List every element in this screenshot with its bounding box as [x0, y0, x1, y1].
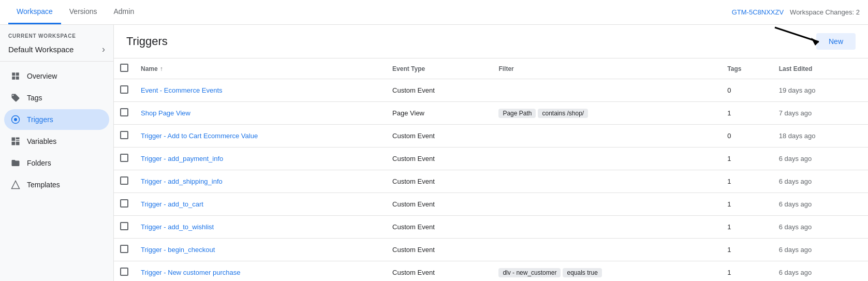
sidebar-item-label-variables: Variables	[27, 137, 56, 145]
filter-cell	[492, 79, 721, 102]
row-checkbox-cell	[114, 193, 135, 216]
trigger-name-link[interactable]: Trigger - Add to Cart Ecommerce Value	[141, 132, 258, 140]
row-checkbox[interactable]	[120, 268, 128, 276]
filter-badge: dlv - new_customer	[498, 268, 561, 277]
event-type-cell: Custom Event	[386, 261, 492, 282]
svg-rect-1	[16, 72, 19, 76]
tab-admin[interactable]: Admin	[105, 0, 142, 24]
trigger-name-link[interactable]: Event - Ecommerce Events	[141, 86, 223, 94]
tags-icon	[10, 93, 21, 103]
current-workspace-label: CURRENT WORKSPACE	[0, 29, 113, 41]
tags-count-cell: 1	[721, 239, 772, 261]
tags-count-cell: 0	[721, 79, 772, 102]
last-edited-cell: 6 days ago	[773, 170, 868, 193]
filter-cell	[492, 216, 721, 239]
sidebar-item-variables[interactable]: Variables	[4, 131, 109, 152]
trigger-name-cell: Trigger - add_shipping_info	[135, 170, 386, 193]
event-type-cell: Custom Event	[386, 147, 492, 170]
row-checkbox[interactable]	[120, 199, 128, 208]
workspace-changes: Workspace Changes: 2	[790, 8, 860, 16]
svg-rect-6	[12, 138, 16, 141]
chevron-right-icon: ›	[102, 44, 105, 55]
main-layout: CURRENT WORKSPACE Default Workspace › Ov…	[0, 25, 868, 281]
tab-versions[interactable]: Versions	[61, 0, 106, 24]
select-all-checkbox[interactable]	[120, 64, 128, 72]
filter-cell	[492, 170, 721, 193]
table-row: Trigger - add_shipping_infoCustom Event1…	[114, 170, 868, 193]
sidebar-item-overview[interactable]: Overview	[4, 66, 109, 86]
filter-cell	[492, 125, 721, 147]
row-checkbox-cell	[114, 125, 135, 147]
trigger-name-cell: Trigger - New customer purchase	[135, 261, 386, 282]
sidebar-nav: Overview Tags Triggers Variables	[0, 66, 113, 195]
triggers-header: Triggers New	[114, 25, 868, 58]
row-checkbox-cell	[114, 170, 135, 193]
svg-rect-2	[12, 77, 15, 80]
row-checkbox-cell	[114, 79, 135, 102]
trigger-name-cell: Trigger - Add to Cart Ecommerce Value	[135, 125, 386, 147]
tags-column-header: Tags	[721, 58, 772, 79]
row-checkbox[interactable]	[120, 85, 128, 94]
sidebar-item-tags[interactable]: Tags	[4, 87, 109, 108]
sidebar-item-triggers[interactable]: Triggers	[4, 109, 109, 130]
trigger-name-link[interactable]: Trigger - add_to_wishlist	[141, 223, 214, 231]
nav-tabs: Workspace Versions Admin	[8, 0, 142, 24]
event-type-cell: Custom Event	[386, 170, 492, 193]
last-edited-cell: 19 days ago	[773, 79, 868, 102]
tags-count-cell: 1	[721, 147, 772, 170]
svg-marker-11	[12, 181, 20, 189]
sidebar-item-templates[interactable]: Templates	[4, 174, 109, 195]
triggers-table: Name ↑ Event Type Filter Tags Last Edite…	[114, 58, 868, 281]
svg-point-5	[14, 118, 17, 121]
tab-workspace[interactable]: Workspace	[8, 0, 61, 24]
trigger-name-cell: Event - Ecommerce Events	[135, 79, 386, 102]
row-checkbox[interactable]	[120, 176, 128, 185]
last-edited-column-header: Last Edited	[773, 58, 868, 79]
filter-cell	[492, 147, 721, 170]
sidebar: CURRENT WORKSPACE Default Workspace › Ov…	[0, 25, 114, 281]
filter-cell: Page Pathcontains /shop/	[492, 102, 721, 125]
filter-badge: Page Path	[498, 109, 536, 118]
table-row: Trigger - add_to_cartCustom Event16 days…	[114, 193, 868, 216]
trigger-name-link[interactable]: Trigger - add_payment_info	[141, 155, 223, 162]
row-checkbox[interactable]	[120, 154, 128, 162]
trigger-name-link[interactable]: Trigger - add_to_cart	[141, 200, 203, 208]
filter-badge: contains /shop/	[538, 109, 588, 118]
trigger-name-link[interactable]: Shop Page View	[141, 109, 190, 117]
tags-count-cell: 1	[721, 102, 772, 125]
tags-count-cell: 1	[721, 216, 772, 239]
page-title: Triggers	[126, 35, 810, 48]
overview-icon	[10, 71, 21, 81]
filter-column-header: Filter	[492, 58, 721, 79]
filter-cell: dlv - new_customerequals true	[492, 261, 721, 282]
event-type-cell: Custom Event	[386, 216, 492, 239]
svg-rect-9	[12, 142, 16, 145]
row-checkbox[interactable]	[120, 131, 128, 139]
trigger-name-cell: Trigger - begin_checkout	[135, 239, 386, 261]
row-checkbox[interactable]	[120, 222, 128, 230]
last-edited-cell: 6 days ago	[773, 239, 868, 261]
svg-rect-8	[16, 140, 20, 141]
row-checkbox-cell	[114, 147, 135, 170]
new-button[interactable]: New	[816, 33, 856, 50]
sidebar-item-folders[interactable]: Folders	[4, 153, 109, 173]
trigger-name-link[interactable]: Trigger - begin_checkout	[141, 246, 215, 254]
last-edited-cell: 7 days ago	[773, 102, 868, 125]
row-checkbox[interactable]	[120, 108, 128, 116]
tags-count-cell: 1	[721, 193, 772, 216]
event-type-cell: Page View	[386, 102, 492, 125]
table-row: Trigger - add_to_wishlistCustom Event16 …	[114, 216, 868, 239]
workspace-name: Default Workspace	[8, 45, 102, 54]
workspace-selector[interactable]: Default Workspace ›	[0, 41, 113, 62]
trigger-name-cell: Shop Page View	[135, 102, 386, 125]
last-edited-cell: 6 days ago	[773, 216, 868, 239]
trigger-name-link[interactable]: Trigger - New customer purchase	[141, 269, 240, 276]
row-checkbox[interactable]	[120, 245, 128, 253]
last-edited-cell: 6 days ago	[773, 147, 868, 170]
svg-rect-0	[12, 72, 15, 76]
folders-icon	[10, 158, 21, 168]
svg-rect-10	[16, 142, 20, 145]
event-type-cell: Custom Event	[386, 125, 492, 147]
last-edited-cell: 6 days ago	[773, 261, 868, 282]
trigger-name-link[interactable]: Trigger - add_shipping_info	[141, 178, 223, 185]
